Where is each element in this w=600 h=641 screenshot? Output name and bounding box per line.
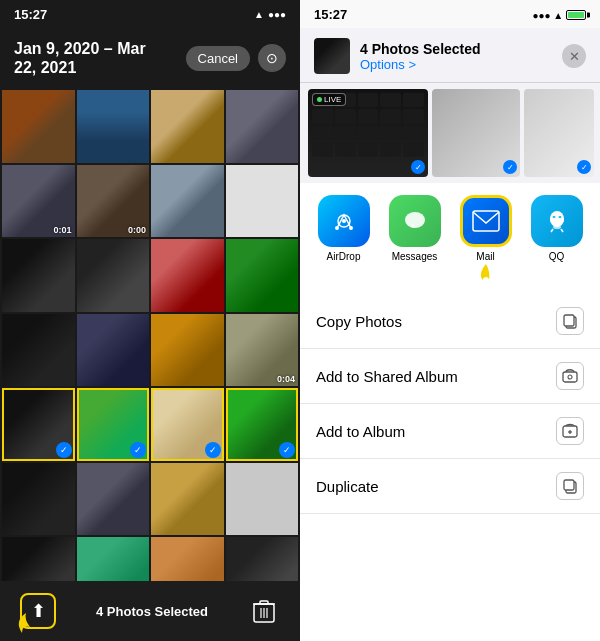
grid-cell[interactable] xyxy=(77,239,150,312)
strip-photo-3[interactable]: ✓ xyxy=(524,89,594,177)
cell-duration: 0:00 xyxy=(128,225,146,235)
grid-cell-selected[interactable]: ✓ xyxy=(226,388,299,461)
live-badge: LIVE xyxy=(312,93,346,106)
copy-icon-svg xyxy=(562,313,578,329)
strip-check: ✓ xyxy=(503,160,517,174)
copy-photos-icon xyxy=(556,307,584,335)
app-icons-row: AirDrop Messages Mail xyxy=(300,183,600,270)
svg-point-8 xyxy=(335,226,339,230)
cell-duration: 0:04 xyxy=(277,374,295,384)
left-status-time: 15:27 xyxy=(14,7,47,22)
header-buttons: Cancel ⊙ xyxy=(186,44,286,72)
grid-cell[interactable] xyxy=(226,90,299,163)
grid-cell[interactable]: 0:04 xyxy=(226,314,299,387)
grid-cell-selected[interactable]: ✓ xyxy=(151,388,224,461)
date-range: Jan 9, 2020 – Mar22, 2021 xyxy=(14,39,146,77)
strip-check: ✓ xyxy=(411,160,425,174)
shared-album-label: Add to Shared Album xyxy=(316,368,458,385)
signal-icon: ●●● xyxy=(268,9,286,20)
airdrop-app-item[interactable]: AirDrop xyxy=(318,195,370,262)
cancel-button[interactable]: Cancel xyxy=(186,46,250,71)
grid-cell[interactable] xyxy=(226,239,299,312)
copy-photos-label: Copy Photos xyxy=(316,313,402,330)
svg-rect-23 xyxy=(563,372,577,382)
cell-checkmark: ✓ xyxy=(205,442,221,458)
header-thumbnail xyxy=(314,38,350,74)
left-header: Jan 9, 2020 – Mar22, 2021 Cancel ⊙ xyxy=(0,28,300,88)
duplicate-item[interactable]: Duplicate xyxy=(300,459,600,514)
live-dot xyxy=(317,97,322,102)
shared-album-item[interactable]: Add to Shared Album xyxy=(300,349,600,404)
right-status-bar: 15:27 ●●● ▲ xyxy=(300,0,600,28)
copy-photos-item[interactable]: Copy Photos xyxy=(300,294,600,349)
grid-cell[interactable] xyxy=(151,314,224,387)
cell-checkmark: ✓ xyxy=(130,442,146,458)
shared-album-icon xyxy=(556,362,584,390)
cell-checkmark: ✓ xyxy=(56,442,72,458)
left-bottom-bar: ⬆ 4 Photos Selected xyxy=(0,581,300,641)
add-album-icon xyxy=(556,417,584,445)
mail-app-item[interactable]: Mail xyxy=(460,195,512,262)
grid-cell[interactable] xyxy=(226,165,299,238)
mail-icon xyxy=(460,195,512,247)
battery-icon xyxy=(566,10,586,20)
grid-cell[interactable] xyxy=(2,239,75,312)
svg-line-20 xyxy=(561,229,563,232)
close-button[interactable]: ✕ xyxy=(562,44,586,68)
grid-cell[interactable] xyxy=(151,537,224,581)
svg-point-9 xyxy=(349,226,353,230)
messages-app-item[interactable]: Messages xyxy=(389,195,441,262)
trash-icon xyxy=(253,599,275,623)
duplicate-label: Duplicate xyxy=(316,478,379,495)
grid-cell[interactable] xyxy=(77,537,150,581)
wifi-icon: ▲ xyxy=(254,9,264,20)
add-album-label: Add to Album xyxy=(316,423,405,440)
svg-line-19 xyxy=(551,229,553,232)
grid-cell[interactable] xyxy=(2,463,75,536)
grid-cell[interactable]: 0:00 xyxy=(77,165,150,238)
header-title: 4 Photos Selected xyxy=(360,41,552,57)
grid-cell[interactable] xyxy=(151,239,224,312)
right-panel: 15:27 ●●● ▲ 4 Photos Selected Options > … xyxy=(300,0,600,641)
right-status-time: 15:27 xyxy=(314,7,347,22)
grid-cell[interactable] xyxy=(226,537,299,581)
grid-cell[interactable] xyxy=(2,314,75,387)
photos-selected-label: 4 Photos Selected xyxy=(96,604,208,619)
svg-point-18 xyxy=(553,225,561,229)
strip-photo-1[interactable]: LIVE ✓ xyxy=(308,89,428,177)
qq-label: QQ xyxy=(549,251,565,262)
trash-button[interactable] xyxy=(248,595,280,627)
select-icon[interactable]: ⊙ xyxy=(258,44,286,72)
svg-point-10 xyxy=(405,212,425,228)
grid-cell[interactable] xyxy=(77,314,150,387)
grid-cell[interactable] xyxy=(151,165,224,238)
qq-app-item[interactable]: QQ xyxy=(531,195,583,262)
strip-photo-2[interactable]: ✓ xyxy=(432,89,520,177)
grid-cell[interactable] xyxy=(77,90,150,163)
svg-rect-22 xyxy=(564,315,574,326)
mail-arrow-annotation xyxy=(471,260,501,290)
grid-cell[interactable] xyxy=(151,463,224,536)
grid-cell[interactable] xyxy=(77,463,150,536)
share-button-container: ⬆ xyxy=(20,593,56,629)
header-options[interactable]: Options > xyxy=(360,57,552,72)
header-info: 4 Photos Selected Options > xyxy=(360,41,552,72)
grid-cell[interactable] xyxy=(2,537,75,581)
duplicate-icon-svg xyxy=(562,478,578,494)
svg-point-24 xyxy=(568,375,572,379)
share-menu: Copy Photos Add to Shared Album Add to A… xyxy=(300,294,600,641)
grid-cell[interactable] xyxy=(2,90,75,163)
photo-grid: 0:01 0:00 0:04 ✓ ✓ xyxy=(0,88,300,581)
svg-point-14 xyxy=(550,218,554,223)
qq-icon xyxy=(531,195,583,247)
airdrop-svg xyxy=(330,207,358,235)
grid-cell-selected[interactable]: ✓ xyxy=(77,388,150,461)
grid-cell-selected[interactable]: ✓ xyxy=(2,388,75,461)
grid-cell[interactable] xyxy=(151,90,224,163)
grid-cell[interactable]: 0:01 xyxy=(2,165,75,238)
photo-strip: LIVE ✓ ✓ ✓ xyxy=(300,83,600,183)
add-album-item[interactable]: Add to Album xyxy=(300,404,600,459)
messages-svg xyxy=(401,207,429,235)
grid-cell[interactable] xyxy=(226,463,299,536)
spacer xyxy=(300,270,600,294)
